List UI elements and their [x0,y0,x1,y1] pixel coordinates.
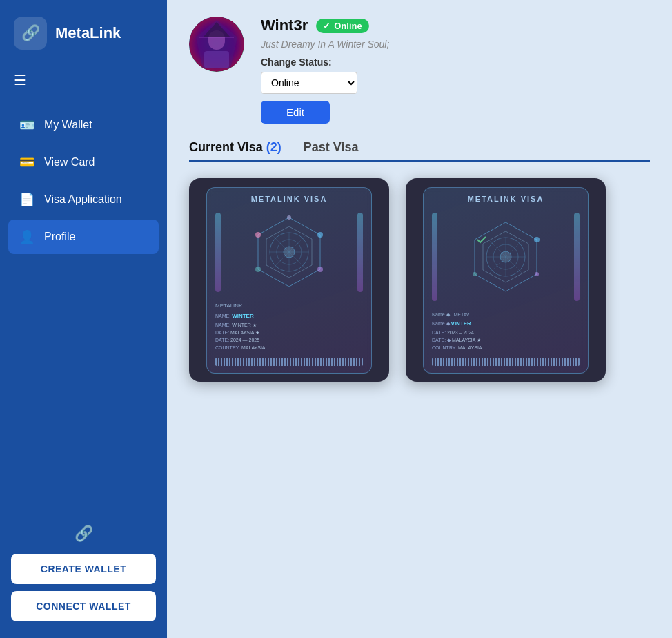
checkmark-icon: ✓ [323,21,330,31]
sidebar-item-view-card[interactable]: 💳 View Card [8,145,159,180]
visa-hex-area-1 [215,206,363,300]
sidebar-footer: 🔗 CREATE WALLET CONNECT WALLET [0,511,167,638]
visa-name2-row: NAME: WINTER ★ [215,321,363,329]
visa-country-row: COUNTRY: MALAYSIA [215,344,363,351]
avatar [189,17,244,72]
visa-barcode-2 [432,358,580,366]
tab-past-visa[interactable]: Past Visa [304,140,359,155]
sidebar-item-my-wallet[interactable]: 🪪 My Wallet [8,108,159,142]
visa-card-1[interactable]: METALINK VISA [189,178,389,382]
visa-name-row-2: Name ◆ VINTER [432,320,580,329]
visa-count: (2) [266,140,281,154]
svg-point-19 [317,267,323,272]
visa-name-row: NAME: WINTER [215,312,363,321]
svg-point-15 [255,232,261,238]
wallet-icon: 🪪 [19,117,34,133]
chain-icon-wrap: 🔗 [11,525,156,543]
sidebar-item-label: My Wallet [44,119,92,131]
create-wallet-button[interactable]: CREATE WALLET [11,554,156,584]
chain-icon: 🔗 [75,525,93,543]
svg-rect-3 [204,51,229,68]
sidebar-item-visa-application[interactable]: 📄 Visa Application [8,182,159,217]
visa-info-1: METALINK NAME: WINTER NAME: WINTER ★ DAT… [215,299,363,354]
status-select[interactable]: Online Away Busy Offline [261,72,357,94]
doc-icon: 📄 [19,192,34,207]
app-name: MetaLink [55,24,121,42]
visa-hex-area-2 [432,206,580,308]
sidebar-item-profile[interactable]: 👤 Profile [8,220,159,254]
tab-label: Current Visa [189,140,266,154]
visa-brand-2: Name ◆ METAV... [432,311,580,318]
visa-title-1: METALINK VISA [215,195,363,203]
profile-info: Wint3r ✓ Online Just Dreamy In A Winter … [261,17,389,124]
edit-button[interactable]: Edit [261,101,330,124]
visa-cards-grid: METALINK VISA [167,162,672,398]
visa-date2-row-2: DATE: ◆ MALAYSIA ★ [432,336,580,344]
menu-icon[interactable]: ☰ [0,66,167,102]
visa-info-2: Name ◆ METAV... Name ◆ VINTER DATE: 2023… [432,308,580,355]
visa-title-2: METALINK VISA [432,195,580,203]
profile-header: Wint3r ✓ Online Just Dreamy In A Winter … [167,0,672,135]
visa-barcode-1 [215,358,363,366]
visa-date-row: DATE: MALAYSIA ★ [215,329,363,336]
visa-brand-1: METALINK [215,302,363,311]
change-status-label: Change Status: [261,57,389,68]
visa-country-row-2: COUNTRY: MALAYSIA [432,344,580,351]
profile-username: Wint3r [261,17,308,35]
visa-card-inner-2: METALINK VISA [423,187,589,374]
sidebar-item-label: View Card [44,156,95,168]
svg-point-30 [535,272,539,276]
connect-wallet-button[interactable]: CONNECT WALLET [11,591,156,621]
tab-label: Past Visa [304,140,359,154]
person-icon: 👤 [19,229,34,244]
sidebar-item-label: Profile [44,231,75,243]
visa-card-inner-1: METALINK VISA [206,187,372,374]
svg-point-18 [255,267,261,272]
sidebar-item-label: Visa Application [44,193,122,206]
tabs-section: Current Visa (2) Past Visa [167,140,672,162]
profile-name-row: Wint3r ✓ Online [261,17,389,35]
svg-point-16 [317,232,323,238]
profile-bio: Just Dreamy In A Winter Soul; [261,39,389,50]
status-badge: ✓ Online [316,19,368,33]
visa-date-row-2: DATE: 2023 – 2024 [432,329,580,336]
card-icon: 💳 [19,155,34,170]
visa-card-2[interactable]: METALINK VISA [406,178,606,382]
svg-point-17 [287,215,291,220]
logo-icon: 🔗 [14,17,47,50]
svg-point-29 [534,237,540,242]
tab-current-visa[interactable]: Current Visa (2) [189,140,281,155]
main-content: Wint3r ✓ Online Just Dreamy In A Winter … [167,0,672,638]
status-text: Online [334,21,362,31]
svg-point-31 [473,272,477,276]
logo-area: 🔗 MetaLink [0,0,167,66]
tabs-row: Current Visa (2) Past Visa [189,140,650,162]
visa-date2-row: DATE: 2024 — 2025 [215,336,363,344]
sidebar-nav: 🪪 My Wallet 💳 View Card 📄 Visa Applicati… [0,102,167,511]
sidebar: 🔗 MetaLink ☰ 🪪 My Wallet 💳 View Card 📄 V… [0,0,167,638]
